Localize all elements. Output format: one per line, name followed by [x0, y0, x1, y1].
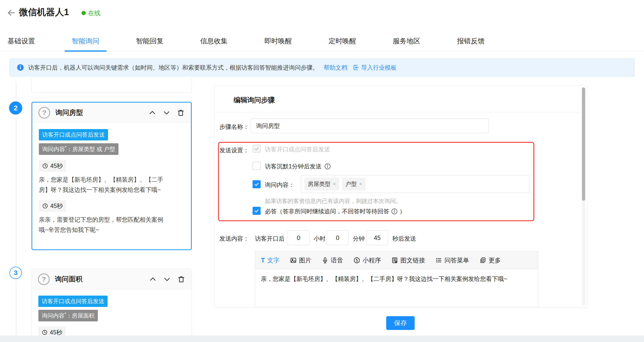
checkbox-label: 询问内容： [265, 181, 294, 189]
miniprogram-icon [354, 257, 360, 264]
import-icon [352, 64, 359, 71]
info-tooltip-icon[interactable] [391, 208, 398, 215]
toolbar-image-button[interactable]: 图片 [290, 256, 311, 265]
checkbox-ask-content[interactable] [252, 180, 261, 188]
step-card-title: 询问面积 [55, 275, 143, 284]
ask-content-tag: 询问内容*：房屋面积 [38, 310, 98, 322]
tab-instant-wakeup[interactable]: 即时唤醒 [257, 31, 299, 51]
tab-basic-settings[interactable]: 基础设置 [0, 31, 42, 51]
delete-step-button[interactable] [177, 109, 185, 117]
step-card-body: 访客开口或点问答后发送 询问内容*：房屋面积 45秒 [32, 290, 192, 338]
required-asterisk: * [65, 145, 66, 150]
step-message: 亲，您家是【新毛坯房】、【精装房】、【二手房】呀？我这边找一下相关案例发给您看下… [39, 175, 167, 195]
footer-strip [0, 336, 644, 342]
edit-step-panel: 编辑询问步骤 步骤名称： 发送设置： 访客开口或点问答后发送 访客沉默1分钟后发… [214, 85, 587, 308]
step-card-body: 访客开口或点问答后发送 询问内容*：房屋类型 或 户型 45秒 亲，您家是【新毛… [32, 123, 191, 235]
send-settings-label: 发送设置： [220, 146, 249, 154]
steps-timeline [16, 82, 16, 336]
step-name-input[interactable] [251, 118, 489, 133]
toolbar-miniprogram-button[interactable]: 小程序 [354, 256, 381, 265]
step-card-header: ? 询问面积 [32, 269, 192, 290]
step-card-title: 询问房型 [56, 108, 142, 117]
clock-icon [42, 203, 48, 209]
image-icon [290, 257, 297, 264]
wechat-robot-settings-page: 微信机器人1 在线 基础设置 智能询问 智能回复 信息收集 即时唤醒 定时唤醒 … [0, 0, 644, 342]
ask-content-tag-input[interactable]: 房屋类型 × 户型 × [301, 175, 529, 193]
info-tooltip-icon[interactable] [324, 163, 331, 170]
save-button[interactable]: 保存 [386, 316, 415, 330]
content-tag-housetype: 房屋类型 × [305, 178, 339, 190]
send-content-label: 发送内容： [220, 235, 249, 243]
tab-service-area[interactable]: 服务地区 [386, 31, 428, 51]
checkbox-send-after-silence[interactable] [252, 162, 261, 170]
remove-tag-icon[interactable]: × [333, 181, 336, 187]
toolbar-voice-button[interactable]: 语音 [322, 256, 343, 265]
move-up-button[interactable] [148, 109, 156, 117]
toolbar-imagetext-link-button[interactable]: 图文链接 [392, 256, 425, 265]
tab-scheduled-wakeup[interactable]: 定时唤醒 [322, 31, 363, 51]
checkbox-label: 访客开口或点问答后发送 [265, 145, 330, 153]
delay-chip: 45秒 [39, 160, 66, 172]
step-message: 亲亲，需要登记下您的房型，帮您匹配相关案例哦~辛苦您告知我下呢~ [39, 215, 167, 235]
question-icon: ? [38, 107, 50, 119]
tab-info-collection[interactable]: 信息收集 [193, 31, 235, 51]
message-type-toolbar: T 文字 图片 语音 小程序 [255, 251, 538, 269]
seconds-unit-label: 秒后发送 [392, 235, 416, 243]
more-icon [480, 257, 486, 264]
info-icon [17, 64, 24, 71]
checkbox-label: 访客沉默1分钟后发送 [265, 162, 331, 170]
qa-menu-icon [436, 257, 442, 264]
back-arrow-icon[interactable] [6, 7, 16, 18]
toolbar-text-button[interactable]: T 文字 [261, 256, 280, 265]
minutes-unit-label: 分钟 [353, 235, 365, 243]
step-card-header: ? 询问房型 [32, 103, 191, 123]
message-content-textarea[interactable]: 亲，您家是【新毛坯房】、【精装房】、【二手房】呀？我这边找一下相关案例发给您看下… [255, 269, 538, 307]
checkbox-must-answer[interactable] [252, 207, 261, 215]
banner-text: 访客开口后，机器人可以询问关键需求（如时间、地区等）和索要联系方式，根据访客回答… [28, 64, 318, 71]
trigger-tag: 访客开口或点问答后发送 [39, 129, 108, 140]
content-tag-unittype: 户型 × [342, 178, 365, 190]
online-status-label: 在线 [88, 9, 100, 17]
step-card-partial[interactable] [32, 78, 192, 93]
tab-smart-inquiry[interactable]: 智能询问 [65, 31, 106, 51]
delay-prefix-label: 访客开口后 [255, 235, 284, 243]
panel-scrollbar-thumb[interactable] [582, 87, 585, 201]
checkbox-label: 必答（答非所问时继续追问，不回答时等待回答 ） [265, 208, 406, 215]
remove-tag-icon[interactable]: × [359, 181, 362, 187]
settings-tab-bar: 基础设置 智能询问 智能回复 信息收集 即时唤醒 定时唤醒 服务地区 报错反馈 [0, 31, 644, 52]
text-icon: T [261, 257, 265, 264]
step-card-ask-area[interactable]: ? 询问面积 访客开口或点问答后发送 询问内容*：房屋面积 [32, 269, 192, 342]
tab-error-feedback[interactable]: 报错反馈 [450, 31, 492, 51]
panel-divider [215, 112, 587, 112]
clock-icon [42, 330, 48, 335]
trigger-tag: 访客开口或点问答后发送 [38, 296, 108, 307]
clock-icon [42, 163, 48, 169]
delay-chip: 45秒 [39, 200, 66, 212]
seconds-input[interactable] [366, 230, 388, 245]
skip-hint-text: 如果访客的客资信息内已有该内容，则跳过本次询问。 [265, 197, 401, 205]
move-down-button[interactable] [162, 109, 170, 117]
help-doc-link[interactable]: 帮助文档 [324, 64, 347, 71]
microphone-icon [322, 257, 328, 264]
hours-unit-label: 小时 [314, 235, 326, 243]
checkbox-send-after-visitor-speaks [252, 145, 261, 153]
ask-content-tag: 询问内容*：房屋类型 或 户型 [39, 143, 118, 155]
page-title: 微信机器人1 [19, 6, 69, 18]
hours-input[interactable] [288, 230, 310, 245]
minutes-input[interactable] [327, 230, 348, 245]
move-up-button[interactable] [149, 275, 157, 283]
panel-title: 编辑询问步骤 [234, 95, 275, 105]
move-down-button[interactable] [163, 275, 171, 283]
step-number-badge-3: 3 [10, 267, 22, 279]
delete-step-button[interactable] [177, 275, 185, 283]
required-asterisk: * [64, 312, 66, 317]
online-status-dot [82, 11, 86, 15]
question-icon: ? [38, 273, 50, 285]
tab-smart-reply[interactable]: 智能回复 [129, 31, 170, 51]
toolbar-qa-menu-button[interactable]: 问答菜单 [436, 256, 469, 265]
import-template-link[interactable]: 导入行业模板 [352, 64, 397, 71]
step-card-ask-housetype[interactable]: ? 询问房型 访客开口或点问答后发送 询问内容*：房屋类型 或 户型 [32, 102, 192, 250]
step-number-badge-2: 2 [9, 101, 22, 115]
toolbar-more-button[interactable]: 更多 [480, 256, 501, 265]
imagetext-link-icon [392, 257, 398, 264]
